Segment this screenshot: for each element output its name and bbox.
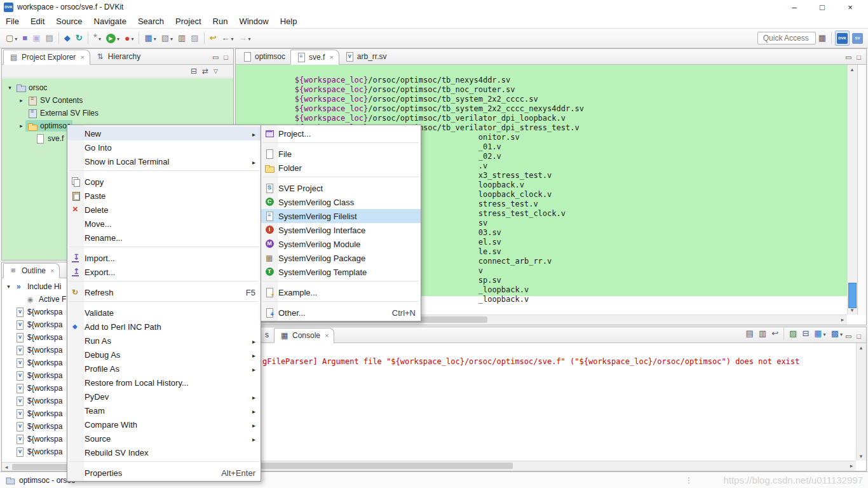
menu-item[interactable]: Import... xyxy=(67,251,261,265)
console-toolbar-button[interactable]: ▩ xyxy=(829,326,844,341)
dropdown-arrow-icon[interactable] xyxy=(169,34,173,43)
toolbar-button[interactable] xyxy=(139,32,139,44)
menu-item[interactable]: SystemVerilog Interface xyxy=(261,223,421,237)
toolbar-button[interactable]: ◆ xyxy=(62,30,72,46)
toolbar-button[interactable]: ↻ xyxy=(74,30,85,46)
toolbar-button[interactable]: ▦ xyxy=(817,30,828,46)
toolbar-button[interactable]: ▤ xyxy=(43,30,55,46)
scroll-down-icon[interactable] xyxy=(857,452,865,461)
menu-item[interactable]: SVE Project xyxy=(261,181,421,195)
menu-item[interactable]: Restore from Local History... xyxy=(67,376,261,390)
editor-tab[interactable]: sve.f × xyxy=(290,50,339,65)
menu-item[interactable] xyxy=(67,461,261,466)
toolbar-button[interactable]: ▦ xyxy=(142,30,158,46)
console-toolbar-button[interactable]: ▥ xyxy=(757,326,768,341)
menubar-item[interactable]: Project xyxy=(170,15,207,27)
close-button[interactable]: × xyxy=(836,3,864,12)
menu-item[interactable]: File xyxy=(261,147,421,161)
menu-item[interactable]: Run As xyxy=(67,334,261,348)
menu-item[interactable]: Properties Alt+Enter xyxy=(67,466,261,480)
minimize-view-icon[interactable]: ▭ xyxy=(845,53,851,62)
toolbar-button[interactable]: ▥ xyxy=(176,30,187,46)
menu-item[interactable]: Other... Ctrl+N xyxy=(261,306,421,320)
toolbar-button[interactable]: DVK xyxy=(835,30,850,46)
toolbar-button[interactable]: ↩ xyxy=(208,30,219,46)
menu-item[interactable]: Refresh F5 xyxy=(67,285,261,299)
console-toolbar-button[interactable]: ⊟ xyxy=(800,326,811,341)
maximize-view-icon[interactable]: □ xyxy=(224,53,228,62)
menu-item[interactable]: SystemVerilog Package xyxy=(261,251,421,265)
toolbar-button[interactable]: * xyxy=(92,30,103,46)
dropdown-arrow-icon[interactable] xyxy=(97,34,101,43)
toolbar-button[interactable]: ▨ xyxy=(189,30,200,46)
menu-item[interactable]: Delete xyxy=(67,203,261,217)
view-tab[interactable]: Console × xyxy=(274,328,334,343)
quick-access-input[interactable]: Quick Access xyxy=(757,32,816,44)
menu-item[interactable]: Copy xyxy=(67,175,261,189)
toolbar-button[interactable]: ▧ xyxy=(159,30,175,46)
toolbar-button[interactable]: ▶ xyxy=(104,30,121,46)
menubar-item[interactable]: Source xyxy=(50,15,88,27)
menu-item[interactable]: PyDev xyxy=(67,390,261,403)
menubar-item[interactable]: Edit xyxy=(25,15,50,27)
toolbar-button[interactable]: ■ xyxy=(20,30,29,46)
toolbar-button[interactable] xyxy=(831,32,832,44)
menubar-item[interactable]: Window xyxy=(233,15,274,27)
explorer-toolbar-button[interactable]: ▽ xyxy=(212,65,220,77)
menu-item[interactable]: Project... xyxy=(261,126,421,140)
dropdown-arrow-icon[interactable] xyxy=(247,34,251,43)
toolbar-button[interactable]: ▢ xyxy=(4,30,19,46)
close-tab-icon[interactable]: × xyxy=(329,53,333,61)
toolbar-button[interactable]: ● xyxy=(123,30,135,46)
minimize-view-icon[interactable]: ▭ xyxy=(212,53,219,62)
menu-item[interactable]: Team xyxy=(67,403,261,417)
menubar-item[interactable]: File xyxy=(0,15,25,27)
explorer-toolbar-button[interactable]: ⇄ xyxy=(200,65,210,77)
toolbar-button[interactable] xyxy=(58,32,59,44)
toolbar-button[interactable]: ▣ xyxy=(31,30,42,46)
toolbar-button[interactable] xyxy=(88,32,88,44)
close-tab-icon[interactable]: × xyxy=(80,53,84,61)
menu-item[interactable] xyxy=(67,281,261,285)
menu-item[interactable] xyxy=(261,281,421,285)
dropdown-arrow-icon[interactable] xyxy=(153,34,156,43)
menu-item[interactable] xyxy=(67,170,261,175)
scroll-up-icon[interactable] xyxy=(848,65,857,74)
close-tab-icon[interactable]: × xyxy=(50,267,54,274)
menu-item[interactable]: Debug As xyxy=(67,348,261,362)
menu-item[interactable]: Validate xyxy=(67,306,261,320)
menu-item[interactable]: Source xyxy=(67,431,261,445)
scroll-left-icon[interactable] xyxy=(2,463,11,471)
dropdown-arrow-icon[interactable] xyxy=(130,34,133,43)
menubar-item[interactable]: Help xyxy=(275,15,303,27)
menu-item[interactable]: Rebuild SV Index xyxy=(67,445,261,459)
menubar-item[interactable]: Navigate xyxy=(88,15,132,27)
scrollbar-thumb[interactable] xyxy=(848,283,857,308)
tree-expand-icon[interactable]: ▸ xyxy=(17,97,25,104)
menu-item[interactable]: Show in Local Terminal xyxy=(67,154,261,168)
explorer-toolbar-button[interactable]: ⊟ xyxy=(189,65,199,77)
toolbar-button[interactable]: SV xyxy=(851,30,864,46)
console-toolbar-button[interactable]: ↩ xyxy=(770,326,780,341)
tree-item[interactable]: External SV Files xyxy=(2,107,233,119)
scroll-up-icon[interactable] xyxy=(857,343,865,352)
menu-item[interactable]: Compare With xyxy=(67,417,261,431)
menu-item[interactable]: SystemVerilog Module xyxy=(261,237,421,251)
view-tab[interactable]: Outline × xyxy=(3,263,60,278)
menu-item[interactable] xyxy=(67,301,261,306)
console-horizontal-scrollbar[interactable] xyxy=(236,461,856,471)
tree-item[interactable]: ▸ SV Contents xyxy=(2,94,233,107)
menu-item[interactable]: Go Into xyxy=(67,140,261,154)
menubar-item[interactable]: Run xyxy=(207,15,234,27)
editor-tab[interactable]: arb_rr.sv xyxy=(339,49,392,64)
menu-item[interactable]: SystemVerilog Class xyxy=(261,195,421,209)
minimize-button[interactable]: – xyxy=(780,3,808,12)
menu-item[interactable] xyxy=(261,177,421,181)
editor-tab[interactable]: optimsoc xyxy=(237,49,290,64)
tree-expand-icon[interactable]: ▾ xyxy=(6,85,14,91)
editor-vertical-scrollbar[interactable] xyxy=(847,65,857,315)
view-tab[interactable]: Project Explorer × xyxy=(3,50,90,65)
menu-item[interactable]: Add to Perl INC Path xyxy=(67,320,261,334)
menu-item[interactable]: SystemVerilog Filelist xyxy=(261,209,421,223)
scroll-right-icon[interactable] xyxy=(847,461,856,470)
